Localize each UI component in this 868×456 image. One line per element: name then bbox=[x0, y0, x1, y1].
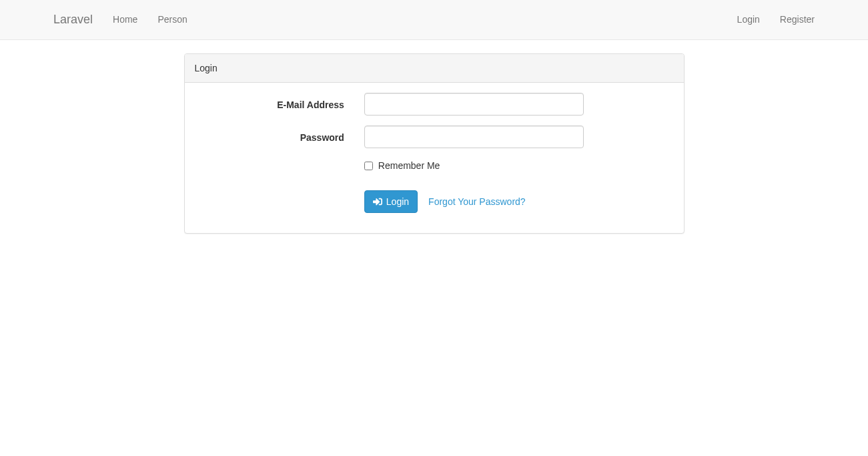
navbar-left: Laravel Home Person bbox=[10, 0, 197, 39]
nav-link-home[interactable]: Home bbox=[103, 2, 147, 37]
form-group-submit: Login Forgot Your Password? bbox=[195, 190, 674, 213]
form-group-remember: Remember Me bbox=[195, 158, 674, 180]
login-form: E-Mail Address Password bbox=[195, 93, 674, 213]
forgot-password-link[interactable]: Forgot Your Password? bbox=[420, 190, 534, 213]
main-container: Login E-Mail Address Password bbox=[44, 40, 825, 247]
nav-link-person[interactable]: Person bbox=[147, 2, 197, 37]
form-group-password: Password bbox=[195, 126, 674, 148]
email-label: E-Mail Address bbox=[195, 93, 354, 112]
remember-checkbox[interactable] bbox=[364, 162, 373, 170]
login-panel: Login E-Mail Address Password bbox=[184, 53, 685, 234]
password-input[interactable] bbox=[364, 126, 584, 148]
login-button-label: Login bbox=[386, 195, 409, 208]
nav-link-login[interactable]: Login bbox=[727, 2, 770, 37]
remember-text: Remember Me bbox=[378, 158, 440, 173]
nav-link-register[interactable]: Register bbox=[770, 2, 825, 37]
password-label: Password bbox=[195, 126, 354, 145]
panel-body: E-Mail Address Password bbox=[185, 83, 684, 233]
remember-checkbox-label[interactable]: Remember Me bbox=[364, 158, 584, 173]
panel-heading: Login bbox=[185, 54, 684, 83]
email-input[interactable] bbox=[364, 93, 584, 116]
navbar-right: Login Register bbox=[727, 2, 858, 37]
login-button[interactable]: Login bbox=[364, 190, 418, 213]
form-group-email: E-Mail Address bbox=[195, 93, 674, 116]
navbar-brand-link[interactable]: Laravel bbox=[43, 0, 103, 39]
sign-in-icon bbox=[373, 197, 382, 206]
navbar: Laravel Home Person Login Register bbox=[0, 0, 868, 40]
